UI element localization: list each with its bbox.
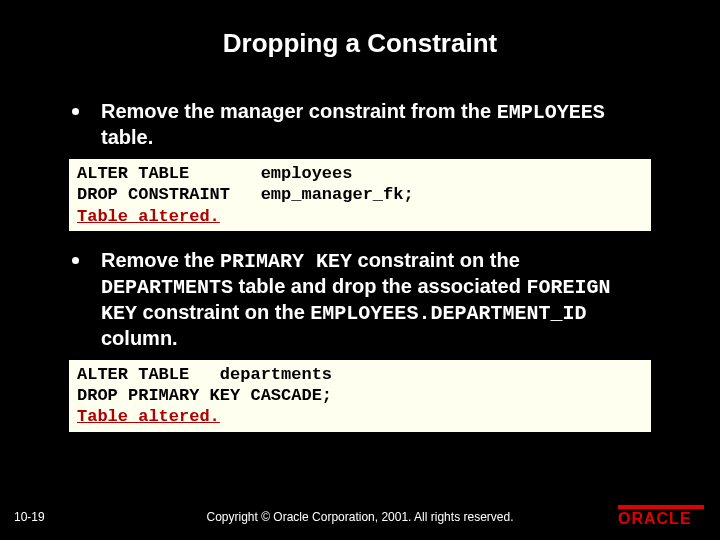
code-line: ALTER TABLE employees	[77, 164, 352, 183]
text-fragment: Remove the manager constraint from the	[101, 100, 497, 122]
bullet-text: Remove the manager constraint from the E…	[101, 99, 652, 150]
text-fragment: constraint on the	[137, 301, 310, 323]
logo-bar-icon	[618, 505, 704, 509]
bullet-text: Remove the PRIMARY KEY constraint on the…	[101, 248, 652, 351]
text-fragment: table and drop the associated	[233, 275, 526, 297]
text-fragment: constraint on the	[352, 249, 520, 271]
code-block: ALTER TABLE departments DROP PRIMARY KEY…	[68, 359, 652, 433]
logo-text: ORACLE	[618, 510, 704, 528]
bullet-item: Remove the manager constraint from the E…	[68, 99, 652, 150]
code-inline: DEPARTMENTS	[101, 276, 233, 299]
copyright-text: Copyright © Oracle Corporation, 2001. Al…	[0, 510, 720, 524]
code-result: Table altered.	[77, 207, 220, 226]
slide-footer: 10-19 Copyright © Oracle Corporation, 20…	[0, 500, 720, 530]
slide: Dropping a Constraint Remove the manager…	[0, 0, 720, 540]
code-result: Table altered.	[77, 407, 220, 426]
code-inline: EMPLOYEES.DEPARTMENT_ID	[310, 302, 586, 325]
code-line: ALTER TABLE departments	[77, 365, 332, 384]
bullet-dot-icon	[72, 257, 79, 264]
text-fragment: column.	[101, 327, 178, 349]
bullet-dot-icon	[72, 108, 79, 115]
oracle-logo: ORACLE	[618, 505, 704, 528]
text-fragment: Remove the	[101, 249, 220, 271]
text-fragment: table.	[101, 126, 153, 148]
code-inline: EMPLOYEES	[497, 101, 605, 124]
slide-title: Dropping a Constraint	[0, 0, 720, 89]
code-block: ALTER TABLE employees DROP CONSTRAINT em…	[68, 158, 652, 232]
code-line: DROP PRIMARY KEY CASCADE;	[77, 386, 332, 405]
code-line: DROP CONSTRAINT emp_manager_fk;	[77, 185, 414, 204]
slide-content: Remove the manager constraint from the E…	[0, 99, 720, 433]
code-inline: PRIMARY KEY	[220, 250, 352, 273]
bullet-item: Remove the PRIMARY KEY constraint on the…	[68, 248, 652, 351]
